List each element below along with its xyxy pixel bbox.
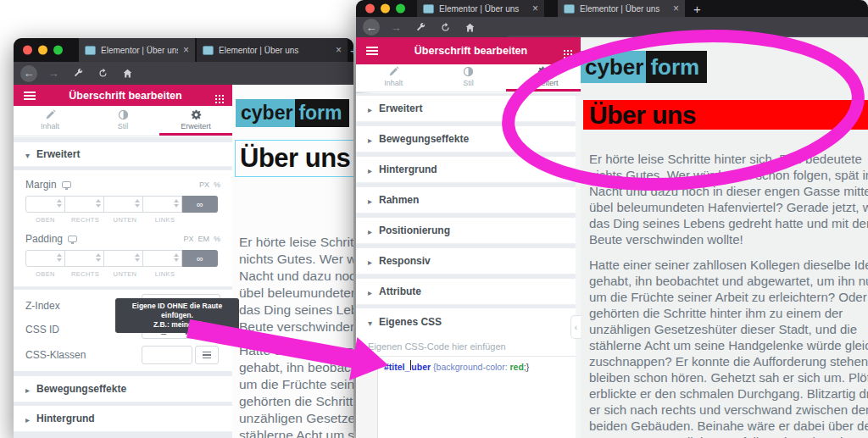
panel-section[interactable]: Rahmen — [356, 187, 581, 213]
browser-tab[interactable]: Elementor | Über uns × — [417, 0, 544, 17]
back-icon[interactable]: ← — [20, 65, 37, 82]
close-tab-icon[interactable]: × — [336, 45, 342, 55]
browser-tab[interactable]: Elementor | Über uns × — [558, 0, 685, 17]
wrench-icon[interactable] — [70, 65, 86, 82]
padding-input[interactable] — [103, 250, 143, 267]
gear-icon — [537, 66, 548, 77]
panel-section[interactable]: Positionierung — [356, 218, 581, 244]
unit-option[interactable]: % — [214, 235, 220, 243]
css-classes-input[interactable] — [142, 346, 192, 364]
padding-units[interactable]: PXEM% — [183, 235, 220, 243]
forward-icon[interactable]: → — [387, 19, 404, 36]
unit-option[interactable]: EM — [198, 235, 209, 243]
minimize-window-icon[interactable] — [38, 46, 47, 55]
margin-input[interactable] — [103, 196, 143, 213]
browser-tab[interactable]: Elementor | Über uns × — [79, 38, 195, 62]
elementor-favicon-icon — [564, 4, 575, 14]
panel-collapse-handle[interactable]: ‹ — [570, 315, 581, 339]
tab-inhalt[interactable]: Inhalt — [356, 64, 431, 91]
padding-input[interactable] — [142, 250, 182, 267]
close-tab-icon[interactable]: × — [532, 3, 538, 14]
tab-stil[interactable]: Stil — [431, 64, 505, 91]
unit-option[interactable]: PX — [199, 180, 209, 189]
section-erweitert-expanded[interactable]: Erweitert — [14, 142, 232, 167]
responsive-icon[interactable] — [62, 181, 71, 188]
zoom-window-icon[interactable] — [53, 46, 63, 55]
browser-toolbar: ← → https://cyberform.net/wp-admin/post.… — [14, 62, 353, 85]
window-controls[interactable] — [365, 4, 405, 14]
tab-stil[interactable]: Stil — [86, 106, 159, 136]
caret-right-icon — [368, 131, 372, 147]
unit-option[interactable]: PX — [183, 235, 193, 243]
text-line: Hatte einer seiner zahllosen — [239, 342, 353, 359]
section-label: Positionierung — [379, 225, 450, 236]
tab-erweitert[interactable]: Erweitert — [159, 106, 232, 136]
hamburger-menu-icon[interactable] — [24, 91, 36, 100]
panel-section[interactable]: Responsiv — [356, 248, 581, 274]
tab-inhalt[interactable]: Inhalt — [14, 106, 86, 136]
margin-units[interactable]: PX% — [199, 180, 220, 189]
tooltip-line: Eigene ID OHNE die Raute einfügen. — [120, 302, 235, 320]
page-heading[interactable]: Über uns — [240, 143, 350, 174]
heading-red-highlight[interactable]: Über uns — [583, 100, 868, 130]
home-icon[interactable] — [461, 19, 478, 36]
section-eigenes-css[interactable]: Eigenes CSS — [356, 308, 581, 335]
back-browser-window: Elementor | Über uns × Elementor | Über … — [14, 38, 353, 438]
panel-section[interactable]: Hintergrund — [356, 157, 581, 183]
close-window-icon[interactable] — [365, 4, 375, 14]
custom-css-section: Eigenes CSS Eigenen CSS-Code hier einfüg… — [356, 308, 581, 438]
reload-icon[interactable] — [437, 19, 453, 36]
unit-option[interactable]: % — [214, 180, 220, 189]
back-icon[interactable]: ← — [363, 19, 380, 36]
text-line: gehabt, ihn beobachtet und abgewartet, u… — [589, 273, 868, 289]
text-line: Hatte einer seiner zahllosen Kollegen di… — [589, 257, 868, 273]
text-line: Er hörte leise Schritte hinter sich. Das… — [589, 151, 868, 167]
collapsed-sections: Bewegungseffekte Hintergrund — [14, 376, 232, 432]
link-icon — [197, 253, 203, 263]
wrench-icon[interactable] — [412, 19, 429, 36]
link-values-button[interactable] — [182, 196, 218, 213]
padding-input[interactable] — [25, 250, 65, 267]
panel-section[interactable]: Bewegungseffekte — [14, 376, 232, 402]
minimize-window-icon[interactable] — [381, 4, 390, 14]
dynamic-tags-button[interactable] — [195, 346, 219, 364]
zoom-window-icon[interactable] — [396, 4, 405, 14]
browser-tab[interactable]: Elementor | Über uns × — [197, 38, 348, 62]
text-line: gehörten die Schritte hinter ihm zu eine… — [589, 305, 868, 321]
close-window-icon[interactable] — [23, 46, 32, 55]
close-tab-icon[interactable]: × — [673, 3, 679, 14]
collapsed-sections: Erweitert Bewegungseffekte Hintergrund R… — [356, 96, 581, 305]
responsive-icon[interactable] — [68, 236, 77, 242]
section-label: Attribute — [379, 286, 421, 297]
side-label: UNTEN — [105, 270, 145, 278]
close-tab-icon[interactable]: × — [183, 45, 189, 55]
side-label: RECHTS — [65, 270, 105, 278]
window-controls[interactable] — [23, 46, 63, 55]
padding-input[interactable] — [64, 250, 104, 267]
elementor-favicon-icon — [203, 46, 214, 55]
link-values-button[interactable] — [182, 250, 218, 267]
forward-icon[interactable]: → — [45, 65, 62, 82]
panel-section[interactable]: Hintergrund — [14, 406, 232, 432]
home-icon[interactable] — [119, 65, 136, 82]
tab-bar: Elementor | Über uns × Elementor | Über … — [14, 38, 353, 62]
reload-icon[interactable] — [94, 65, 111, 82]
hamburger-menu-icon[interactable] — [366, 47, 378, 55]
heading-element-outline[interactable]: Über uns — [235, 140, 353, 177]
widgets-grid-icon[interactable] — [215, 95, 217, 97]
new-tab-button[interactable]: + — [693, 0, 701, 17]
tab-erweitert[interactable]: Erweitert — [506, 64, 581, 91]
panel-section[interactable]: Attribute — [356, 279, 581, 305]
panel-section[interactable]: Bewegungseffekte — [356, 126, 581, 152]
text-line: übel beleumundeten Hafenviertel? Gerade … — [589, 199, 868, 215]
margin-input[interactable] — [64, 196, 104, 213]
margin-input[interactable] — [25, 196, 65, 213]
css-code-line[interactable]: #titel_uber {background-color: red;} — [378, 357, 529, 438]
page-heading[interactable]: Über uns — [589, 101, 696, 130]
margin-input[interactable] — [142, 196, 182, 213]
widgets-grid-icon[interactable] — [564, 50, 565, 52]
panel-section[interactable]: Erweitert — [356, 96, 581, 122]
text-line: stählerne Acht um seine Handgelenke würd… — [589, 337, 868, 353]
text-line: stählerne Acht um seine Han — [239, 427, 353, 438]
css-code-editor[interactable]: 1 #titel_uber {background-color: red;} — [356, 356, 576, 438]
